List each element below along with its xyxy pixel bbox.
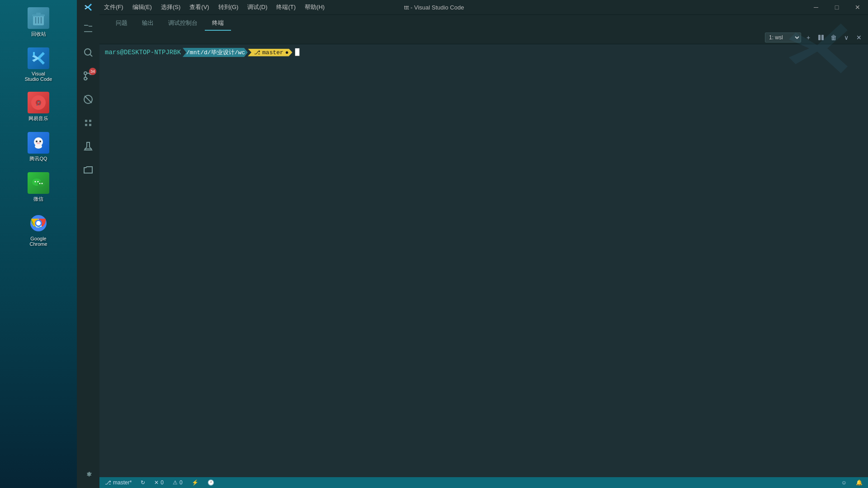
svg-point-23: [42, 183, 43, 184]
error-count: 0: [160, 479, 164, 486]
svg-point-16: [39, 141, 41, 142]
menu-edit[interactable]: 编辑(E): [128, 0, 156, 14]
terminal-git-dot: ●: [285, 49, 289, 56]
maximize-button[interactable]: □: [826, 0, 847, 14]
git-icon: ⎇: [105, 479, 111, 486]
status-warnings[interactable]: ⚠ 0: [171, 477, 184, 488]
terminal-cursor: █: [295, 48, 300, 56]
lightning-icon: ⚡: [192, 479, 198, 486]
smiley-icon: ☺: [841, 479, 847, 486]
bell-icon: 🔔: [856, 479, 863, 486]
vscode-icon: [28, 47, 49, 69]
recycle-bin-label: 回收站: [31, 31, 46, 38]
svg-point-22: [39, 183, 41, 184]
svg-point-14: [35, 144, 42, 149]
svg-point-19: [38, 181, 45, 187]
vscode-logo: [77, 0, 99, 14]
activity-settings[interactable]: [77, 463, 99, 484]
minimize-button[interactable]: ─: [806, 0, 826, 14]
collapse-panel-button[interactable]: ∨: [841, 32, 852, 43]
status-branch[interactable]: ⎇ master*: [103, 477, 133, 488]
svg-point-30: [85, 49, 91, 55]
close-panel-button[interactable]: ✕: [854, 32, 864, 43]
desktop-icon-recycle-bin[interactable]: 回收站: [16, 5, 61, 40]
panel-tabs: 问题 输出 调试控制台 终端: [99, 14, 868, 31]
terminal-branch-name: master: [262, 49, 283, 56]
svg-rect-8: [33, 52, 35, 56]
svg-rect-1: [32, 14, 45, 16]
desktop-icon-qq[interactable]: 腾讯QQ: [16, 129, 61, 165]
menu-view[interactable]: 查看(V): [185, 0, 213, 14]
status-sync[interactable]: ↻: [139, 477, 147, 488]
kill-terminal-button[interactable]: 🗑: [828, 32, 839, 43]
new-terminal-button[interactable]: +: [803, 32, 814, 43]
sync-icon: ↻: [141, 479, 145, 486]
svg-line-36: [85, 96, 92, 103]
svg-point-34: [84, 77, 87, 80]
svg-point-15: [36, 141, 38, 142]
activity-explorer[interactable]: [77, 18, 99, 40]
main-area: 34: [77, 14, 868, 488]
panel-toolbar: 1: wsl + 🗑 ∨ ✕: [99, 31, 868, 44]
svg-rect-2: [36, 13, 41, 14]
terminal-path: /mnt/d/毕业设计/wc: [183, 48, 248, 57]
status-lightning[interactable]: ⚡: [190, 477, 200, 488]
vscode-window: 文件(F) 编辑(E) 选择(S) 查看(V) 转到(G) 调试(D) 终端(T…: [77, 0, 868, 488]
terminal-content[interactable]: mars@DESKTOP-NTPJRBK /mnt/d/毕业设计/wc ⎇ ma…: [99, 44, 868, 477]
netease-music-icon: 🎵: [28, 92, 49, 113]
activity-extensions[interactable]: [77, 112, 99, 134]
wechat-label: 微信: [33, 196, 43, 202]
wechat-icon: [28, 172, 49, 194]
close-button[interactable]: ✕: [847, 0, 868, 14]
menu-goto[interactable]: 转到(G): [214, 0, 243, 14]
tab-output[interactable]: 输出: [135, 16, 161, 31]
activity-folder[interactable]: [77, 159, 99, 181]
qq-icon: [28, 132, 49, 154]
activity-debug[interactable]: [77, 89, 99, 110]
terminal-selector[interactable]: 1: wsl: [765, 33, 801, 42]
terminal-prompt-line: mars@DESKTOP-NTPJRBK /mnt/d/毕业设计/wc ⎇ ma…: [105, 48, 863, 57]
desktop-icon-wechat[interactable]: 微信: [16, 169, 61, 205]
split-terminal-button[interactable]: [816, 32, 826, 43]
status-errors[interactable]: ✕ 0: [152, 477, 165, 488]
google-chrome-icon: [28, 212, 49, 234]
status-branch-text: master*: [113, 479, 132, 486]
error-icon: ✕: [154, 479, 159, 486]
desktop-icon-vscode[interactable]: VisualStudio Code: [16, 45, 61, 84]
menu-terminal[interactable]: 终端(T): [272, 0, 300, 14]
menu-help[interactable]: 帮助(H): [300, 0, 329, 14]
tab-terminal[interactable]: 终端: [205, 16, 231, 31]
menu-file[interactable]: 文件(F): [99, 0, 128, 14]
svg-point-27: [36, 221, 41, 225]
activity-bar: 34: [77, 14, 99, 488]
desktop-icon-netease-music[interactable]: 🎵 网易音乐: [16, 89, 61, 125]
desktop-icon-google-chrome[interactable]: GoogleChrome: [16, 210, 61, 249]
qq-label: 腾讯QQ: [29, 155, 47, 162]
status-smiley[interactable]: ☺: [840, 477, 849, 488]
window-title: ttt - Visual Studio Code: [404, 4, 464, 11]
svg-marker-29: [85, 5, 89, 9]
warning-count: 0: [179, 479, 183, 486]
svg-rect-40: [821, 35, 824, 40]
status-bell[interactable]: 🔔: [854, 477, 864, 488]
clock-icon: 🕐: [208, 479, 214, 486]
svg-text:🎵: 🎵: [36, 100, 42, 106]
activity-source-control[interactable]: 34: [77, 65, 99, 87]
google-chrome-label: GoogleChrome: [29, 236, 47, 247]
source-control-badge: 34: [89, 68, 96, 75]
menu-select[interactable]: 选择(S): [156, 0, 185, 14]
tab-debug-console[interactable]: 调试控制台: [161, 16, 205, 31]
terminal-branch: ⎇ master ●: [248, 49, 292, 56]
activity-search[interactable]: [77, 42, 99, 63]
svg-point-20: [35, 181, 36, 183]
svg-marker-7: [32, 55, 39, 62]
tab-problems[interactable]: 问题: [108, 16, 135, 31]
activity-test[interactable]: [77, 136, 99, 157]
status-clock[interactable]: 🕐: [206, 477, 216, 488]
svg-point-21: [38, 181, 39, 183]
vscode-label: VisualStudio Code: [25, 71, 52, 82]
menu-debug[interactable]: 调试(D): [243, 0, 272, 14]
title-bar: 文件(F) 编辑(E) 选择(S) 查看(V) 转到(G) 调试(D) 终端(T…: [77, 0, 868, 14]
svg-rect-39: [818, 35, 821, 40]
svg-line-31: [90, 55, 93, 57]
